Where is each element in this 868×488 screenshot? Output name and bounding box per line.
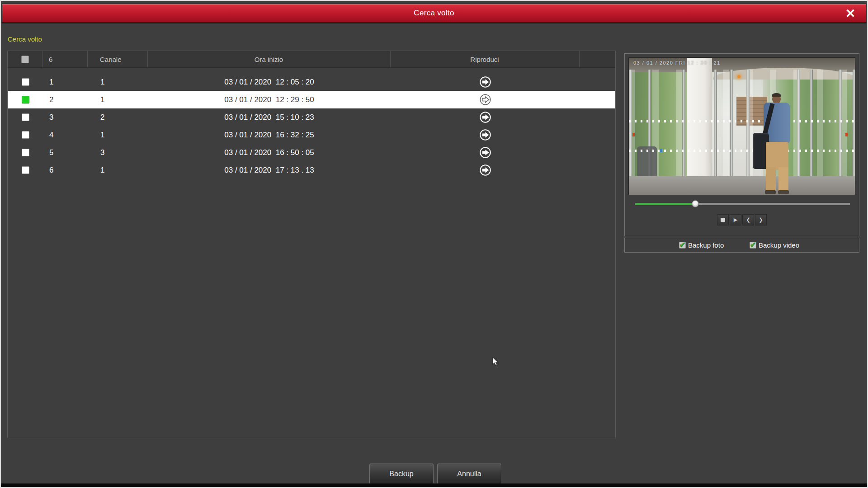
row-check-cell — [8, 161, 43, 179]
backup-photo-checkbox[interactable]: ✔ — [679, 242, 686, 249]
row-checkbox[interactable] — [22, 166, 29, 174]
select-all-cell — [8, 51, 42, 67]
row-channel: 1 — [88, 91, 148, 108]
row-index: 4 — [43, 126, 88, 144]
check-icon: ✔ — [679, 240, 685, 249]
person-leg — [778, 167, 788, 191]
table-row[interactable]: 3 2 03 / 01 / 2020 15 : 10 : 23 — [8, 108, 615, 126]
header-start-time: Ora inizio — [147, 51, 390, 67]
row-play-cell — [391, 73, 580, 91]
row-check-cell — [8, 126, 43, 144]
row-start-time: 03 / 01 / 2020 15 : 10 : 23 — [148, 108, 391, 126]
play-icon: ▶ — [734, 217, 737, 223]
row-start-time: 03 / 01 / 2020 16 : 32 : 25 — [148, 126, 391, 144]
row-play-cell — [391, 91, 580, 108]
dialog-title: Cerca volto — [2, 4, 866, 22]
white-pillar — [687, 58, 712, 195]
row-start-time: 03 / 01 / 2020 12 : 29 : 50 — [148, 91, 391, 108]
row-play-cell — [391, 126, 580, 144]
screen-bottom-strip — [1, 483, 867, 487]
seek-bar[interactable] — [635, 203, 850, 205]
row-channel: 3 — [88, 144, 148, 161]
person-leg — [766, 167, 776, 191]
row-checkbox[interactable] — [22, 131, 29, 139]
header-channel: Canale — [87, 51, 147, 67]
table-header: 6 Canale Ora inizio Riproduci — [8, 51, 615, 68]
header-divider — [579, 51, 580, 67]
previous-button[interactable]: ❮ — [742, 214, 754, 225]
row-start-time: 03 / 01 / 2020 17 : 13 . 13 — [148, 161, 391, 179]
person-shoe — [765, 190, 776, 194]
row-channel: 2 — [88, 108, 148, 126]
row-check-cell — [8, 91, 43, 108]
next-button[interactable]: ❯ — [755, 214, 767, 225]
select-all-checkbox[interactable] — [21, 56, 29, 63]
table-row[interactable]: 4 1 03 / 01 / 2020 16 : 32 : 25 — [8, 126, 615, 144]
results-table: 6 Canale Ora inizio Riproduci 1 1 03 / 0… — [7, 51, 616, 438]
backup-video-checkbox[interactable]: ✔ — [750, 242, 756, 249]
glass-reflection — [629, 70, 855, 188]
row-play-button[interactable] — [479, 146, 491, 159]
header-count: 6 — [42, 51, 87, 67]
person-shoe — [778, 190, 789, 194]
seek-progress — [635, 203, 695, 205]
row-play-cell — [391, 144, 580, 161]
row-index: 2 — [43, 91, 88, 108]
video-timestamp-overlay: 03 / 01 / 2020 FRI 12 : 30 : 21 — [633, 60, 721, 66]
row-index: 3 — [43, 108, 88, 126]
seek-thumb[interactable] — [692, 200, 699, 207]
header-divider — [42, 51, 43, 67]
table-row[interactable]: 2 1 03 / 01 / 2020 12 : 29 : 50 — [8, 91, 615, 108]
row-play-cell — [391, 161, 580, 179]
row-index: 5 — [43, 144, 88, 161]
led-dot-strip — [629, 120, 855, 122]
blue-marker — [660, 149, 662, 152]
video-preview: 03 / 01 / 2020 FRI 12 : 30 : 21 — [628, 57, 855, 195]
backup-photo-label: Backup foto — [688, 241, 724, 249]
cancel-button[interactable]: Annulla — [437, 464, 501, 484]
dialog-titlebar: Cerca volto ✕ — [2, 4, 866, 23]
row-play-button[interactable] — [479, 76, 491, 88]
backup-button[interactable]: Backup — [369, 464, 434, 484]
row-channel: 1 — [88, 73, 148, 91]
playback-controls: ▶ ❮ ❯ — [625, 214, 859, 225]
row-checkbox[interactable] — [22, 113, 29, 121]
row-play-button[interactable] — [479, 129, 491, 141]
row-channel: 1 — [88, 126, 148, 144]
row-start-time: 03 / 01 / 2020 16 : 50 : 05 — [148, 144, 391, 161]
stop-button[interactable] — [717, 214, 729, 225]
header-play: Riproduci — [390, 51, 579, 67]
row-checkbox[interactable] — [22, 149, 29, 156]
table-row[interactable]: 1 1 03 / 01 / 2020 12 : 05 : 20 — [8, 73, 615, 91]
face-search-dialog: Cerca volto ✕ Cerca volto 6 Canale Ora i… — [0, 0, 868, 488]
led-dot-strip — [629, 150, 855, 152]
row-play-button[interactable] — [479, 164, 491, 176]
table-row[interactable]: 5 3 03 / 01 / 2020 16 : 50 : 05 — [8, 144, 615, 161]
backup-video-label: Backup video — [759, 241, 799, 249]
preview-panel: 03 / 01 / 2020 FRI 12 : 30 : 21 — [624, 53, 859, 236]
chevron-left-icon: ❮ — [746, 217, 750, 223]
row-play-cell — [391, 108, 580, 126]
table-rows: 1 1 03 / 01 / 2020 12 : 05 : 20 2 1 03 /… — [8, 73, 615, 179]
backup-photo-option[interactable]: ✔ Backup foto — [679, 238, 724, 252]
row-checkbox[interactable] — [22, 78, 29, 86]
table-row[interactable]: 6 1 03 / 01 / 2020 17 : 13 . 13 — [8, 161, 615, 179]
stop-icon — [721, 218, 725, 222]
person-hair — [772, 93, 781, 97]
chevron-right-icon: ❯ — [759, 217, 763, 223]
backup-video-option[interactable]: ✔ Backup video — [750, 238, 799, 252]
row-channel: 1 — [88, 161, 148, 179]
row-checkbox[interactable] — [22, 96, 29, 103]
row-check-cell — [8, 108, 43, 126]
header-divider — [87, 51, 88, 67]
row-play-button[interactable] — [479, 94, 491, 106]
row-check-cell — [8, 73, 43, 91]
play-button[interactable]: ▶ — [730, 214, 741, 225]
mouse-cursor — [492, 357, 499, 366]
row-index: 1 — [43, 73, 88, 91]
row-play-button[interactable] — [479, 111, 491, 123]
red-marker — [845, 133, 848, 136]
close-icon[interactable]: ✕ — [842, 6, 859, 21]
check-icon: ✔ — [750, 240, 756, 249]
section-title: Cerca volto — [8, 35, 42, 43]
